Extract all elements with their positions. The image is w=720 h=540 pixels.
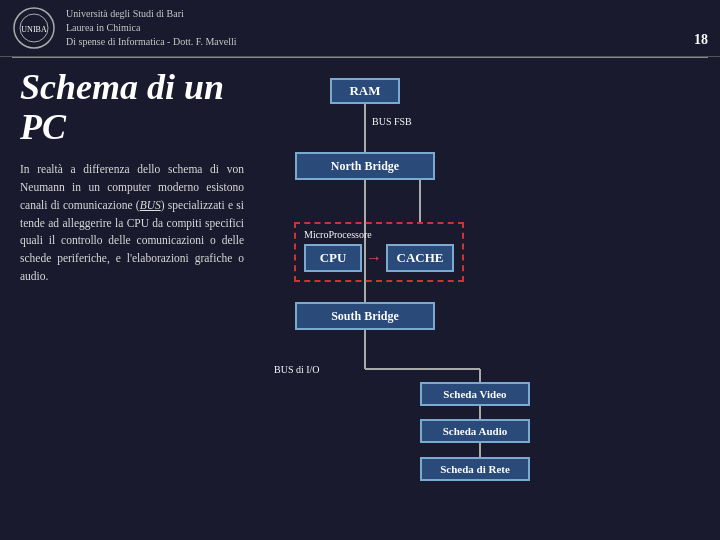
micro-chips-row: CPU → CACHE xyxy=(304,244,454,272)
ram-box: RAM xyxy=(330,78,400,104)
right-panel: RAM BUS FSB North Bridge MicroProcessore… xyxy=(260,68,700,520)
bus-io-label: BUS di I/O xyxy=(274,364,320,375)
cpu-cache-arrow: → xyxy=(366,249,382,267)
left-panel: Schema di un PC In realtà a differenza d… xyxy=(20,68,260,520)
connector-lines xyxy=(260,74,700,520)
svg-text:UNIBA: UNIBA xyxy=(21,25,47,34)
bus-italic: BUS xyxy=(140,199,161,211)
scheda-audio-box: Scheda Audio xyxy=(420,419,530,443)
slide-title: Schema di un PC xyxy=(20,68,244,147)
body-text: In realtà a differenza dello schema di v… xyxy=(20,161,244,286)
university-logo: UNIBA xyxy=(12,6,56,50)
cpu-box: CPU xyxy=(304,244,362,272)
header-text: Università degli Studi di Bari Laurea in… xyxy=(66,7,694,49)
micro-processore-label: MicroProcessore xyxy=(304,229,454,240)
main-content: Schema di un PC In realtà a differenza d… xyxy=(0,58,720,530)
slide-number: 18 xyxy=(694,32,708,50)
scheda-rete-box: Scheda di Rete xyxy=(420,457,530,481)
university-line1: Università degli Studi di Bari xyxy=(66,7,694,21)
bus-fsb-label: BUS FSB xyxy=(372,116,412,127)
body-text-part2: ) specializzati e si tende ad alleggerir… xyxy=(20,199,244,282)
university-line2: Laurea in Chimica xyxy=(66,21,694,35)
micro-processore-container: MicroProcessore CPU → CACHE xyxy=(294,222,464,282)
north-bridge-box: North Bridge xyxy=(295,152,435,180)
south-bridge-box: South Bridge xyxy=(295,302,435,330)
diagram: RAM BUS FSB North Bridge MicroProcessore… xyxy=(260,74,700,520)
header: UNIBA Università degli Studi di Bari Lau… xyxy=(0,0,720,57)
university-line3: Di spense di Informatica - Dott. F. Mave… xyxy=(66,35,694,49)
cache-box: CACHE xyxy=(386,244,454,272)
scheda-video-box: Scheda Video xyxy=(420,382,530,406)
